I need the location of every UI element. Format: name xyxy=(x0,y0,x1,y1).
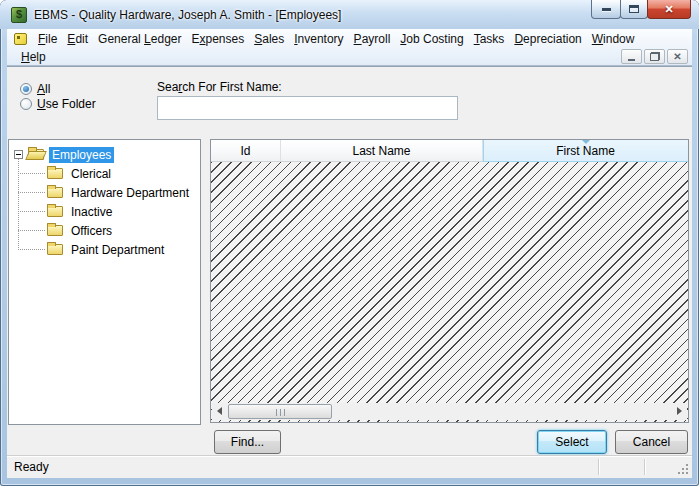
filter-radio-group: All Use Folder xyxy=(20,81,96,111)
search-input[interactable] xyxy=(157,96,458,120)
cancel-button[interactable]: Cancel xyxy=(615,430,688,454)
menu-item-label: asks xyxy=(480,32,505,46)
tree-item[interactable]: Hardware Department xyxy=(9,183,200,202)
mdi-restore-button[interactable] xyxy=(644,49,665,64)
minimize-button[interactable] xyxy=(591,0,621,19)
tree-children: Clerical Hardware Department Inactive xyxy=(9,164,200,259)
tree-item-label: Paint Department xyxy=(68,242,167,258)
menu-items-row2: Help xyxy=(16,48,51,66)
scroll-left-icon[interactable] xyxy=(217,407,222,415)
maximize-button[interactable] xyxy=(620,0,648,19)
menu-item[interactable]: General Ledger xyxy=(93,30,186,48)
radio-use-folder[interactable]: Use Folder xyxy=(20,96,96,111)
tree-item[interactable]: Paint Department xyxy=(9,240,200,259)
tree-item[interactable]: Clerical xyxy=(9,164,200,183)
folder-icon xyxy=(47,206,63,217)
menu-item-label: E xyxy=(191,32,199,46)
tree-connector xyxy=(18,192,45,193)
menu-item[interactable]: Edit xyxy=(62,30,93,48)
tree-item[interactable]: Inactive xyxy=(9,202,200,221)
scroll-right-icon[interactable] xyxy=(677,407,682,415)
menu-item-label: ob Costing xyxy=(406,32,463,46)
radio-all-label: All xyxy=(37,82,50,96)
menu-item[interactable]: Help xyxy=(16,48,51,66)
mdi-minimize-button[interactable] xyxy=(621,49,642,64)
menu-item-label: edger xyxy=(151,32,182,46)
menu-item-label: ayroll xyxy=(362,32,391,46)
sort-indicator-icon xyxy=(582,140,590,144)
tree-connector xyxy=(18,173,45,174)
open-folder-icon xyxy=(28,149,44,160)
menu-item-hotkey: D xyxy=(514,32,523,46)
table-body-empty xyxy=(211,162,688,422)
find-button[interactable]: Find... xyxy=(214,430,281,454)
status-separator xyxy=(644,459,645,475)
menu-item[interactable]: Job Costing xyxy=(395,30,468,48)
status-bar: Ready xyxy=(7,455,692,478)
tree-item-label: Hardware Department xyxy=(68,185,192,201)
resize-grip[interactable] xyxy=(676,462,688,474)
window-title: EBMS - Quality Hardware, Joseph A. Smith… xyxy=(34,8,341,22)
folder-icon xyxy=(47,244,63,255)
mdi-close-icon: ✕ xyxy=(673,52,681,62)
maximize-icon xyxy=(629,5,639,13)
radio-all[interactable]: All xyxy=(20,81,96,96)
mdi-close-button[interactable]: ✕ xyxy=(667,49,688,64)
employees-table: Id Last Name First Name xyxy=(210,139,689,423)
status-text: Ready xyxy=(14,460,49,474)
menu-item[interactable]: Tasks xyxy=(469,30,510,48)
tree-root-label[interactable]: Employees xyxy=(49,147,114,163)
column-header-last-name[interactable]: Last Name xyxy=(281,140,483,162)
column-header-first-name[interactable]: First Name xyxy=(483,140,688,162)
close-icon: ✕ xyxy=(664,4,673,15)
menu-item-label: dit xyxy=(75,32,88,46)
app-window: EBMS - Quality Hardware, Joseph A. Smith… xyxy=(0,0,699,486)
folder-icon xyxy=(47,225,63,236)
tree-connector xyxy=(18,249,45,250)
collapse-icon[interactable] xyxy=(14,150,23,159)
menu-item-label: indow xyxy=(603,32,634,46)
window-controls: ✕ xyxy=(592,0,691,19)
menu-item[interactable]: Window xyxy=(587,30,640,48)
menu-item-label: ales xyxy=(262,32,284,46)
scroll-thumb[interactable] xyxy=(228,404,332,419)
menu-item[interactable]: Inventory xyxy=(289,30,348,48)
tree-item-label: Inactive xyxy=(68,204,115,220)
menu-item[interactable]: File xyxy=(33,30,62,48)
select-button[interactable]: Select xyxy=(537,430,607,454)
close-button[interactable]: ✕ xyxy=(647,0,691,19)
menu-item-hotkey: P xyxy=(354,32,362,46)
mdi-system-menu-icon[interactable] xyxy=(14,33,27,45)
menu-item-label: nventory xyxy=(298,32,344,46)
folder-icon xyxy=(47,168,63,179)
menu-item-label: penses xyxy=(206,32,245,46)
menu-item[interactable]: Expenses xyxy=(186,30,249,48)
menu-item-label: epreciation xyxy=(523,32,582,46)
menu-item-label: elp xyxy=(30,50,46,64)
column-header-id[interactable]: Id xyxy=(211,140,281,162)
tree-connector xyxy=(18,211,45,212)
tree-item-employees-root[interactable]: Employees xyxy=(9,145,200,164)
search-label: Search For First Name: xyxy=(157,80,282,94)
mdi-window-controls: ✕ xyxy=(621,49,688,64)
tree-item-label: Officers xyxy=(68,223,115,239)
horizontal-scrollbar[interactable] xyxy=(212,403,687,420)
mdi-restore-icon xyxy=(650,52,660,61)
menu-item[interactable]: Sales xyxy=(249,30,289,48)
radio-use-folder-icon[interactable] xyxy=(20,98,32,110)
minimize-icon xyxy=(602,8,611,11)
radio-all-icon[interactable] xyxy=(20,83,32,95)
folder-tree: Employees Clerical Hardware Department xyxy=(8,139,201,425)
title-bar[interactable]: EBMS - Quality Hardware, Joseph A. Smith… xyxy=(0,0,699,29)
menu-items-row1: File Edit General Ledger Expenses Sales … xyxy=(33,30,639,48)
menu-item-hotkey: W xyxy=(592,32,603,46)
menu-item-hotkey: H xyxy=(21,50,30,64)
menu-item[interactable]: Payroll xyxy=(349,30,396,48)
tree-connector xyxy=(18,230,45,231)
menu-item[interactable]: Depreciation xyxy=(509,30,586,48)
employees-lookup-panel: All Use Folder Search For First Name: Em… xyxy=(7,66,692,478)
tree-item[interactable]: Officers xyxy=(9,221,200,240)
app-icon xyxy=(11,7,27,23)
menu-item-hotkey: L xyxy=(144,32,151,46)
mdi-minimize-icon xyxy=(628,59,635,61)
